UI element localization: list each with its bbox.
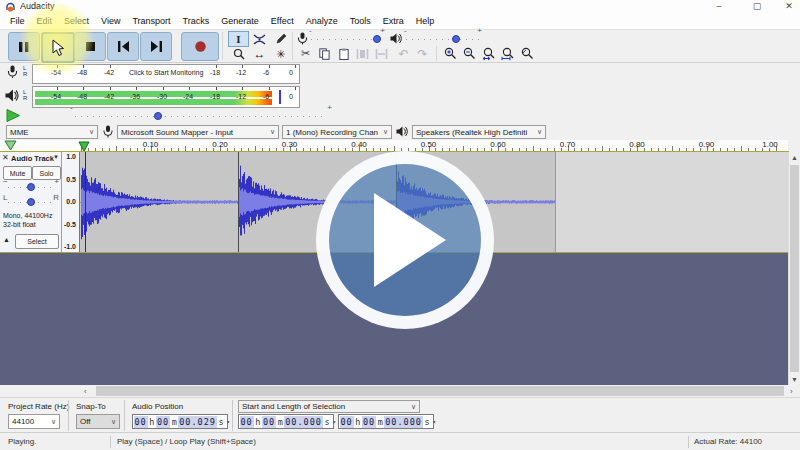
selection-start-field[interactable]: 00h00m00.000s▾ xyxy=(238,414,334,429)
vertical-ruler[interactable]: 1.00.50.0-0.5-1.0 xyxy=(62,152,80,252)
time-digits[interactable]: 00 xyxy=(156,416,170,428)
chevron-down-icon: ∨ xyxy=(86,128,94,136)
skip-to-start-button[interactable] xyxy=(107,32,139,61)
selection-tool-button[interactable]: I xyxy=(228,31,249,47)
skip-to-end-button[interactable] xyxy=(140,32,172,61)
playback-meter-scale-label: -18 xyxy=(210,93,220,100)
recording-meter[interactable]: -54-48-42-18-12-60Click to Start Monitor… xyxy=(32,64,300,84)
time-digits[interactable]: 00.029 xyxy=(178,416,217,428)
paste-button[interactable] xyxy=(335,46,352,61)
fit-selection-button[interactable] xyxy=(480,46,497,61)
menu-item-view[interactable]: View xyxy=(95,14,126,29)
redo-button[interactable]: ↷ xyxy=(414,46,431,61)
record-button[interactable] xyxy=(181,32,219,61)
video-play-triangle-icon[interactable] xyxy=(374,193,446,287)
recording-channels-dropdown[interactable]: 1 (Mono) Recording Chan∨ xyxy=(282,125,392,139)
audio-position-field[interactable]: 00h00m00.029s▾ xyxy=(132,414,228,429)
timeline-ruler[interactable]: 0.100.200.300.400.500.600.700.800.901.00 xyxy=(0,140,788,152)
time-digits[interactable]: 00 xyxy=(362,416,376,428)
copy-button[interactable] xyxy=(316,46,333,61)
recording-meter-scale-label: -12 xyxy=(236,69,246,76)
selection-length-field[interactable]: 00h00m00.000s▾ xyxy=(338,414,434,429)
menu-item-transport[interactable]: Transport xyxy=(126,14,176,29)
menu-item-file[interactable]: File xyxy=(4,14,31,29)
vertical-scrollbar-thumb[interactable] xyxy=(790,165,799,372)
snap-to-dropdown[interactable]: Off∨ xyxy=(76,414,120,429)
play-at-speed-button[interactable] xyxy=(6,109,21,122)
menu-item-effect[interactable]: Effect xyxy=(265,14,300,29)
pencil-icon xyxy=(275,33,287,45)
menu-item-select[interactable]: Select xyxy=(58,14,95,29)
undo-button[interactable]: ↶ xyxy=(395,46,412,61)
menu-item-edit[interactable]: Edit xyxy=(31,14,59,29)
scroll-down-arrow-icon[interactable]: ▼ xyxy=(789,376,800,383)
ruler-tick xyxy=(727,148,728,151)
fit-project-button[interactable] xyxy=(499,46,516,61)
ruler-tick xyxy=(394,146,395,151)
menu-item-tools[interactable]: Tools xyxy=(344,14,377,29)
gain-slider[interactable]: −+ xyxy=(8,181,54,193)
asterisk-icon: ✳ xyxy=(276,49,285,59)
menu-item-tracks[interactable]: Tracks xyxy=(177,14,216,29)
ruler-tick xyxy=(192,148,193,151)
zoom-in-button[interactable] xyxy=(442,46,459,61)
track-select-button[interactable]: Select xyxy=(15,234,59,249)
selection-mode-dropdown[interactable]: Start and Length of Selection∨ xyxy=(238,400,420,413)
playback-device-dropdown[interactable]: Speakers (Realtek High Definiti∨ xyxy=(412,125,546,139)
meter-monitoring-message[interactable]: Click to Start Monitoring xyxy=(129,69,203,76)
stop-button[interactable] xyxy=(74,32,106,61)
ruler-tick xyxy=(686,148,687,151)
track-menu-chevron-icon[interactable]: ▼ xyxy=(53,154,59,160)
ruler-tick xyxy=(720,148,721,151)
minimize-button[interactable]: – xyxy=(706,0,732,13)
pan-slider[interactable]: LR xyxy=(8,196,54,208)
multi-tool-button[interactable]: ✳ xyxy=(270,46,291,62)
close-button[interactable]: ✕ xyxy=(776,0,800,13)
project-rate-dropdown[interactable]: 44100∨ xyxy=(8,414,60,429)
selection-toolbar: Project Rate (Hz) 44100∨ Snap-To Off∨ Au… xyxy=(0,397,800,433)
menu-item-generate[interactable]: Generate xyxy=(215,14,265,29)
time-digits[interactable]: 00 xyxy=(340,416,354,428)
envelope-tool-button[interactable] xyxy=(249,31,270,47)
silence-audio-button[interactable] xyxy=(373,46,390,61)
scroll-left-arrow-icon[interactable]: ‹ xyxy=(84,387,87,396)
menu-item-help[interactable]: Help xyxy=(410,14,441,29)
ruler-tick xyxy=(679,148,680,151)
scroll-right-arrow-icon[interactable]: › xyxy=(790,387,793,396)
vertical-ruler-label: -0.5 xyxy=(64,221,76,228)
time-digits[interactable]: 00.000 xyxy=(384,416,423,428)
chevron-down-icon[interactable]: ▾ xyxy=(433,418,439,425)
ruler-tick xyxy=(595,148,596,151)
time-digits[interactable]: 00 xyxy=(262,416,276,428)
playback-meter-scale-label: -24 xyxy=(183,93,193,100)
recording-volume-slider[interactable]: -+ xyxy=(311,33,383,45)
time-digits[interactable]: 00 xyxy=(134,416,148,428)
horizontal-scrollbar-thumb[interactable] xyxy=(96,386,784,396)
draw-tool-button[interactable] xyxy=(270,31,291,47)
scroll-up-arrow-icon[interactable]: ▲ xyxy=(789,154,800,161)
playback-volume-speaker-icon xyxy=(390,33,403,44)
pause-button[interactable] xyxy=(8,32,40,61)
cut-button[interactable]: ✂ xyxy=(297,46,314,61)
pinned-play-head-button[interactable] xyxy=(4,140,17,151)
time-shift-tool-button[interactable]: ↔ xyxy=(249,46,270,62)
collapse-track-button[interactable]: ▲ xyxy=(3,236,10,243)
audio-host-dropdown[interactable]: MME∨ xyxy=(6,125,98,139)
play-speed-slider[interactable]: -+ xyxy=(75,110,327,122)
time-digits[interactable]: 00 xyxy=(240,416,254,428)
playback-volume-slider[interactable]: -+ xyxy=(406,33,480,45)
playhead-triangle-icon[interactable] xyxy=(78,141,90,152)
menu-item-analyze[interactable]: Analyze xyxy=(300,14,344,29)
track-close-button[interactable]: ✕ xyxy=(2,153,9,162)
vertical-scrollbar[interactable]: ▲ ▼ xyxy=(788,152,800,385)
track-control-panel: ✕ Audio Track ▼ Mute Solo −+ LR Mono, 44… xyxy=(0,152,62,252)
zoom-out-button[interactable] xyxy=(461,46,478,61)
zoom-toggle-button[interactable] xyxy=(518,46,535,61)
trim-audio-button[interactable] xyxy=(354,46,371,61)
recording-device-dropdown[interactable]: Microsoft Sound Mapper - Input∨ xyxy=(117,125,279,139)
ruler-tick xyxy=(672,146,673,151)
maximize-button[interactable]: ▢ xyxy=(744,0,770,13)
zoom-tool-button[interactable] xyxy=(228,46,249,62)
time-digits[interactable]: 00.000 xyxy=(284,416,323,428)
horizontal-scrollbar-row: ‹ › xyxy=(0,385,800,397)
